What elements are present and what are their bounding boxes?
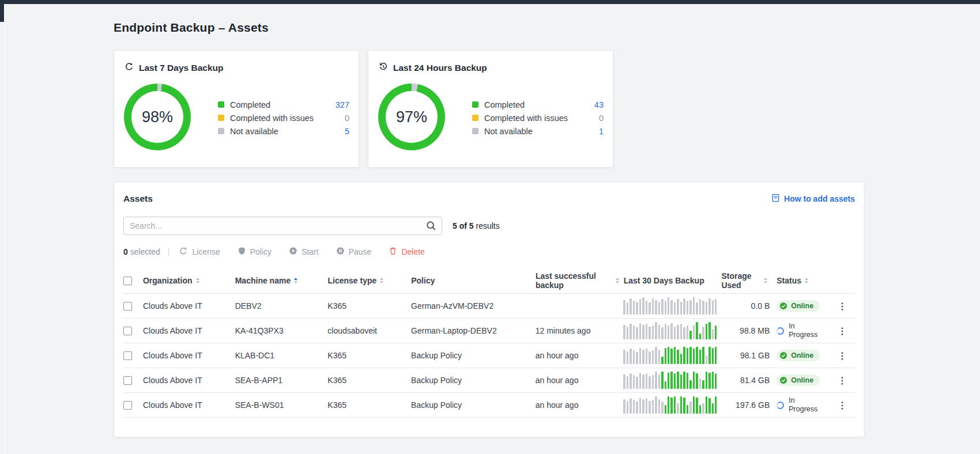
backup-day-bar-none — [706, 302, 707, 315]
backup-day-bar-none — [661, 327, 663, 339]
backup-day-bar-none — [627, 401, 628, 414]
column-header-machine-name[interactable]: Machine name — [235, 276, 328, 285]
card-title: Last 24 Hours Backup — [393, 63, 487, 73]
selected-count-label: 0 selected — [123, 247, 160, 256]
legend-value[interactable]: 1 — [599, 127, 604, 136]
organization-cell: Clouds Above IT — [143, 326, 235, 335]
backup-day-bar-none — [674, 327, 676, 340]
legend-value: 0 — [599, 114, 604, 123]
backup-day-bar-none — [693, 325, 695, 340]
backup-day-bar-none — [642, 399, 644, 414]
storage-used-cell: 0.0 B — [721, 301, 772, 311]
legend-value[interactable]: 43 — [594, 100, 604, 109]
backup-day-bar-success — [689, 347, 691, 364]
row-checkbox[interactable] — [123, 302, 132, 311]
select-all-checkbox[interactable] — [123, 277, 132, 285]
page-title: Endpoint Backup – Assets — [114, 21, 269, 35]
row-menu-button[interactable]: ⋮ — [833, 373, 851, 388]
license-type-cell: K365 — [327, 400, 411, 410]
backup-day-bar-success — [702, 347, 704, 364]
backup-day-bar-none — [677, 403, 679, 414]
backup-day-bar-none — [708, 298, 710, 315]
backup-day-bar-success — [670, 398, 672, 414]
sort-icon[interactable] — [380, 278, 383, 283]
backup-day-bar-none — [655, 372, 657, 389]
sort-icon[interactable] — [196, 278, 199, 283]
pause-button[interactable]: Pause — [336, 247, 372, 257]
backup-donut-chart: 97% — [378, 84, 445, 150]
not-available-swatch — [472, 128, 478, 134]
row-checkbox[interactable] — [123, 376, 132, 385]
license-button[interactable]: License — [179, 247, 220, 258]
machine-name-cell: KA-41Q3PX3 — [235, 326, 328, 335]
table-row: Clouds Above IT SEA-B-WS01 K365 Backup P… — [123, 393, 855, 418]
column-header-storage-used[interactable]: Storage Used — [721, 271, 772, 290]
how-to-add-assets-link[interactable]: How to add assets — [771, 194, 855, 204]
search-input[interactable] — [123, 217, 442, 235]
backup-day-bar-success — [696, 322, 698, 339]
last-30-days-backup-bars — [623, 372, 717, 389]
backup-day-bar-none — [627, 376, 628, 389]
sort-icon[interactable] — [764, 278, 767, 283]
column-header-last-successful-backup[interactable]: Last successful backup — [536, 271, 624, 290]
backup-day-bar-none — [623, 374, 625, 389]
row-checkbox[interactable] — [123, 327, 132, 335]
backup-day-bar-none — [646, 398, 647, 414]
backup-day-bar-none — [639, 373, 641, 389]
backup-day-bar-success — [683, 347, 685, 364]
backup-day-bar-success — [670, 372, 672, 389]
completed-swatch — [218, 101, 224, 108]
donut-percent: 98% — [142, 108, 173, 126]
row-menu-button[interactable]: ⋮ — [833, 324, 851, 338]
row-menu-button[interactable]: ⋮ — [833, 349, 851, 363]
backup-day-bar-none — [633, 301, 635, 315]
legend-value[interactable]: 5 — [345, 127, 349, 136]
start-button[interactable]: Start — [289, 247, 319, 257]
legend-row-completed: Completed 43 — [472, 98, 604, 111]
backup-day-bar-none — [674, 302, 676, 315]
sort-icon[interactable] — [805, 278, 808, 283]
legend-label: Completed with issues — [230, 114, 314, 123]
check-circle-icon — [779, 351, 787, 360]
backup-day-bar-none — [652, 326, 654, 339]
backup-day-bar-none — [652, 375, 654, 389]
license-type-cell: K365 — [327, 376, 411, 385]
delete-button[interactable]: Delete — [389, 247, 424, 257]
row-menu-button[interactable]: ⋮ — [833, 299, 851, 313]
backup-day-bar-none — [652, 298, 654, 315]
row-checkbox[interactable] — [123, 351, 132, 360]
backup-day-bar-none — [633, 375, 635, 389]
column-header-status[interactable]: Status — [772, 276, 830, 285]
backup-day-bar-success — [670, 349, 672, 364]
backup-day-bar-success — [668, 347, 669, 364]
content-edge-divider — [4, 4, 5, 454]
backup-day-bar-success — [683, 372, 685, 389]
donut-legend: Completed 327 Completed with issues 0 No… — [218, 98, 349, 138]
sort-icon[interactable] — [294, 278, 297, 283]
search-icon[interactable] — [425, 220, 437, 234]
backup-day-bar-success — [665, 381, 666, 389]
backup-day-bar-success — [689, 380, 691, 389]
assets-panel: Assets How to add assets 5 of — [114, 181, 865, 437]
backup-day-bar-none — [630, 349, 631, 364]
legend-label: Not available — [230, 127, 278, 136]
check-circle-icon — [779, 302, 787, 310]
completed-with-issues-swatch — [472, 115, 478, 121]
backup-day-bar-none — [630, 373, 631, 389]
organization-cell: Clouds Above IT — [143, 376, 235, 385]
row-menu-button[interactable]: ⋮ — [833, 398, 851, 413]
toolbar-divider: | — [168, 247, 170, 256]
organization-cell: Clouds Above IT — [143, 400, 235, 410]
backup-day-bar-none — [636, 302, 638, 315]
column-header-organization[interactable]: Organization — [143, 276, 235, 285]
policy-button[interactable]: Policy — [238, 247, 272, 257]
backup-day-bar-none — [630, 298, 631, 315]
status-badge-online: Online — [777, 300, 820, 312]
row-checkbox[interactable] — [123, 401, 132, 410]
backup-day-bar-success — [712, 372, 714, 389]
backup-day-bar-success — [706, 396, 707, 414]
sort-icon[interactable] — [616, 278, 619, 283]
column-header-license-type[interactable]: License type — [327, 276, 411, 285]
legend-value[interactable]: 327 — [336, 100, 349, 109]
backup-donut-chart: 98% — [124, 84, 191, 150]
